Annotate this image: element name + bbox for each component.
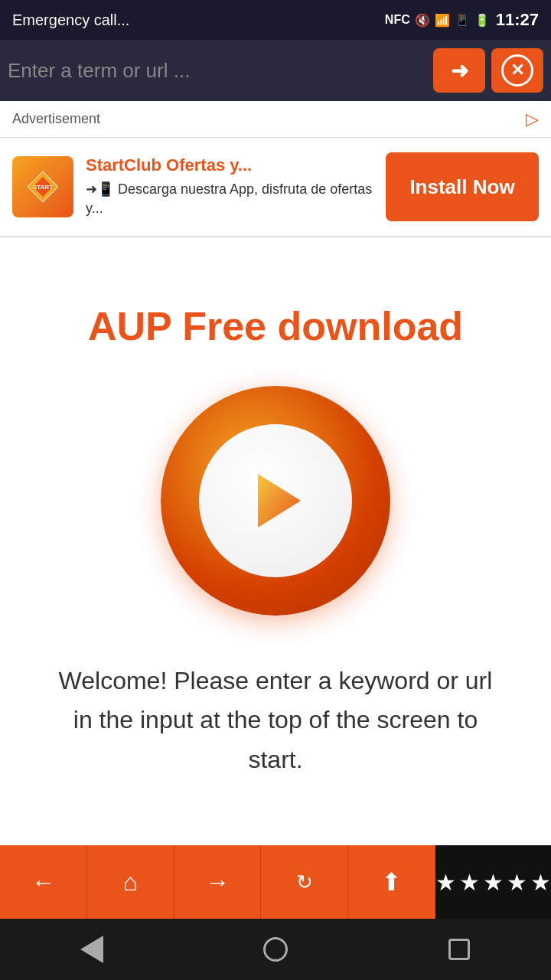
forward-button[interactable]: → — [174, 845, 262, 919]
nav-recents-button[interactable] — [436, 926, 482, 972]
nav-home-icon — [263, 937, 288, 962]
nav-home-button[interactable] — [253, 926, 298, 972]
ad-label: Advertisement — [12, 111, 526, 127]
ad-bar: Advertisement ▷ — [0, 101, 551, 138]
status-bar: Emergency call... NFC 🔇 📶 📱 🔋 11:27 — [0, 0, 551, 40]
rating-area[interactable]: ★ ★ ★ ★ ★ — [435, 845, 551, 919]
install-button[interactable]: Install Now — [386, 152, 539, 221]
play-triangle-icon — [241, 466, 310, 535]
bottom-toolbar: ← ⌂ → ↻ ⬆ ★ ★ ★ ★ ★ — [0, 845, 551, 919]
ad-logo: START — [12, 156, 73, 217]
main-content: AUP Free download Welcome! Please enter … — [0, 237, 551, 845]
ad-icon: ▷ — [526, 109, 539, 129]
ad-banner[interactable]: START StartClub Ofertas y... ➜📱 Descarga… — [0, 138, 551, 237]
close-icon: ✕ — [501, 54, 533, 87]
welcome-text: Welcome! Please enter a keyword or url i… — [54, 662, 497, 779]
star-4: ★ — [507, 869, 527, 896]
back-button[interactable]: ← — [0, 845, 87, 919]
status-icons: NFC 🔇 📶 📱 🔋 — [385, 13, 490, 28]
nfc-icon: NFC — [385, 13, 410, 27]
share-icon: ⬆ — [381, 867, 402, 897]
close-button[interactable]: ✕ — [491, 48, 543, 93]
search-button[interactable]: ➜ — [433, 48, 485, 93]
ad-content: StartClub Ofertas y... ➜📱 Descarga nuest… — [86, 155, 373, 218]
reload-button[interactable]: ↻ — [261, 845, 348, 919]
play-button-graphic[interactable] — [161, 386, 390, 616]
search-input[interactable] — [8, 56, 427, 86]
sim-icon: 📱 — [455, 13, 470, 28]
mute-icon: 🔇 — [415, 13, 430, 28]
share-button[interactable]: ⬆ — [348, 845, 435, 919]
reload-icon: ↻ — [296, 871, 313, 894]
star-5: ★ — [530, 869, 551, 896]
back-icon: ← — [31, 868, 55, 897]
wifi-icon: 📶 — [435, 13, 450, 28]
search-bar: ➜ ✕ — [0, 40, 551, 101]
nav-back-icon — [80, 936, 103, 963]
home-button[interactable]: ⌂ — [87, 845, 174, 919]
start-club-logo-svg: START — [24, 168, 62, 206]
status-time: 11:27 — [496, 10, 539, 30]
nav-bar — [0, 919, 551, 980]
arrow-right-icon: ➜ — [451, 58, 468, 83]
main-title: AUP Free download — [88, 303, 463, 349]
star-3: ★ — [483, 869, 504, 896]
status-carrier: Emergency call... — [12, 11, 129, 29]
nav-recents-icon — [448, 939, 470, 960]
star-1: ★ — [435, 869, 456, 896]
star-2: ★ — [459, 869, 480, 896]
nav-back-button[interactable] — [69, 926, 115, 972]
home-icon: ⌂ — [123, 868, 138, 897]
status-right: NFC 🔇 📶 📱 🔋 11:27 — [385, 10, 539, 30]
ad-description: ➜📱 Descarga nuestra App, disfruta de ofe… — [86, 180, 373, 218]
svg-marker-3 — [258, 474, 301, 528]
battery-icon: 🔋 — [474, 13, 490, 28]
svg-text:START: START — [33, 184, 53, 191]
ad-title: StartClub Ofertas y... — [86, 155, 373, 175]
forward-icon: → — [205, 868, 230, 897]
